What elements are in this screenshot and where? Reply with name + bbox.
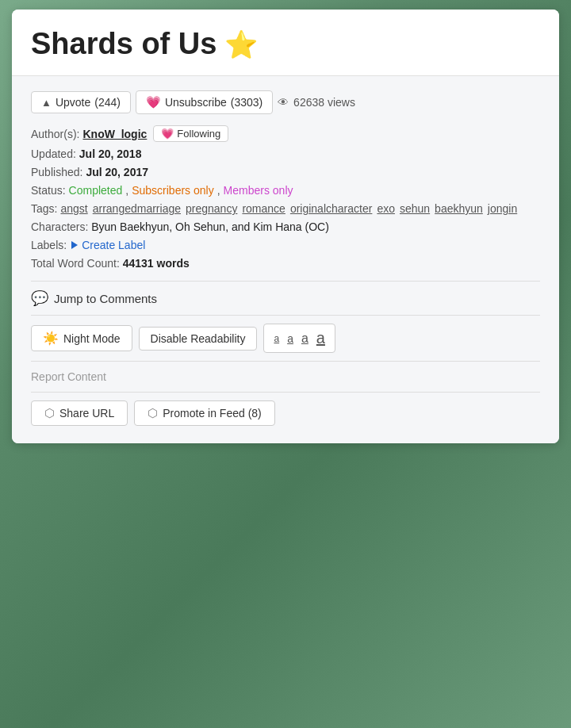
report-row: Report Content (31, 370, 540, 384)
stats-row: ▲ Upvote (244) 💗 Unsubscribe (3303) 👁 62… (31, 90, 540, 114)
updated-value: Jul 20, 2018 (79, 148, 142, 160)
tag-romance[interactable]: romance (242, 202, 285, 215)
tag-sehun[interactable]: sehun (400, 202, 430, 215)
following-button[interactable]: 💗 Following (153, 125, 228, 142)
status-members: Members only (224, 184, 293, 197)
tag-pregnancy[interactable]: pregnancy (186, 202, 237, 215)
status-label: Status: (31, 184, 66, 197)
characters-row: Characters: Byun Baekhyun, Oh Sehun, and… (31, 220, 540, 233)
share-row: ⬡ Share URL ⬡ Promote in Feed (8) (31, 400, 540, 426)
views-count: 62638 (293, 96, 324, 109)
jump-comments-button[interactable]: 💬 Jump to Comments (31, 289, 157, 307)
unsubscribe-count: (3303) (231, 96, 263, 109)
divider-4 (31, 392, 540, 393)
story-title: Shards of Us ⭐ (31, 27, 540, 61)
jump-comments-row: 💬 Jump to Comments (31, 289, 540, 307)
published-value: Jul 20, 2017 (86, 166, 148, 178)
labels-label: Labels: (31, 239, 67, 251)
report-content-link[interactable]: Report Content (31, 370, 106, 383)
unsubscribe-button[interactable]: 💗 Unsubscribe (3303) (136, 90, 273, 114)
tag-angst[interactable]: angst (60, 202, 87, 215)
characters-label: Characters: (31, 220, 88, 233)
font-size-xs[interactable]: a (274, 333, 279, 344)
tag-baekhyun[interactable]: baekhyun (435, 202, 483, 215)
promote-feed-button[interactable]: ⬡ Promote in Feed (8) (134, 400, 275, 426)
tag-originalcharacter[interactable]: originalcharacter (290, 202, 373, 215)
font-size-md[interactable]: a (301, 331, 308, 346)
divider-3 (31, 361, 540, 362)
create-label-link[interactable]: Create Label (71, 239, 145, 251)
characters-value: Byun Baekhyun, Oh Sehun, and Kim Hana (O… (91, 220, 329, 233)
font-size-sm[interactable]: a (287, 332, 293, 345)
unsubscribe-label: Unsubscribe (165, 96, 227, 109)
share-url-icon: ⬡ (44, 406, 55, 420)
share-url-label: Share URL (59, 407, 114, 420)
sun-icon: ☀️ (43, 331, 59, 346)
tools-row: ☀️ Night Mode Disable Readability a a a … (31, 324, 540, 353)
authors-label: Author(s): (31, 128, 79, 140)
promote-feed-icon: ⬡ (148, 406, 158, 420)
status-completed: Completed (69, 184, 123, 197)
disable-readability-button[interactable]: Disable Readability (139, 327, 258, 351)
author-link[interactable]: KnoW_logic (82, 128, 147, 140)
upvote-button[interactable]: ▲ Upvote (244) (31, 91, 131, 113)
wordcount-row: Total Word Count: 44131 words (31, 257, 540, 270)
font-size-selector: a a a a (263, 324, 335, 353)
story-card: Shards of Us ⭐ ▲ Upvote (244) 💗 Unsubscr… (12, 10, 559, 443)
wordcount-value: 44131 words (123, 257, 190, 270)
upvote-count: (244) (94, 96, 121, 109)
divider-2 (31, 315, 540, 316)
following-heart-icon: 💗 (161, 128, 174, 140)
tag-exo[interactable]: exo (377, 202, 395, 215)
tags-row: Tags: angst arrangedmarriage pregnancy r… (31, 202, 540, 215)
updated-row: Updated: Jul 20, 2018 (31, 148, 540, 160)
create-label-text: Create Label (82, 239, 145, 251)
promote-feed-label: Promote in Feed (8) (163, 407, 262, 420)
wordcount-label: Total Word Count: (31, 257, 120, 270)
triangle-right-icon (71, 241, 78, 249)
disable-readability-label: Disable Readability (151, 332, 246, 345)
night-mode-label: Night Mode (63, 332, 121, 345)
updated-label: Updated: (31, 148, 76, 160)
font-size-lg[interactable]: a (316, 329, 325, 347)
info-section: ▲ Upvote (244) 💗 Unsubscribe (3303) 👁 62… (12, 76, 559, 443)
story-title-text: Shards of Us (31, 27, 217, 61)
title-section: Shards of Us ⭐ (12, 10, 559, 76)
following-label: Following (177, 128, 220, 140)
labels-row: Labels: Create Label (31, 239, 540, 251)
star-icon: ⭐ (224, 29, 258, 60)
tag-arrangedmarriage[interactable]: arrangedmarriage (93, 202, 181, 215)
tags-label: Tags: (31, 202, 57, 215)
tag-jongin[interactable]: jongin (488, 202, 517, 215)
upvote-arrow-icon: ▲ (41, 97, 52, 109)
published-label: Published: (31, 166, 82, 178)
views-label: views (328, 96, 355, 109)
status-subscribers: Subscribers only (132, 184, 214, 197)
jump-comments-label: Jump to Comments (54, 292, 157, 305)
upvote-label: Upvote (56, 96, 90, 109)
eye-icon: 👁 (278, 96, 289, 109)
published-row: Published: Jul 20, 2017 (31, 166, 540, 178)
comment-icon: 💬 (31, 289, 48, 307)
author-row: Author(s): KnoW_logic 💗 Following (31, 125, 540, 142)
status-row: Status: Completed , Subscribers only , M… (31, 184, 540, 197)
views-text: 👁 62638 views (278, 96, 355, 109)
divider-1 (31, 281, 540, 282)
share-url-button[interactable]: ⬡ Share URL (31, 400, 128, 426)
night-mode-button[interactable]: ☀️ Night Mode (31, 325, 132, 351)
unsubscribe-heart-icon: 💗 (146, 95, 161, 109)
